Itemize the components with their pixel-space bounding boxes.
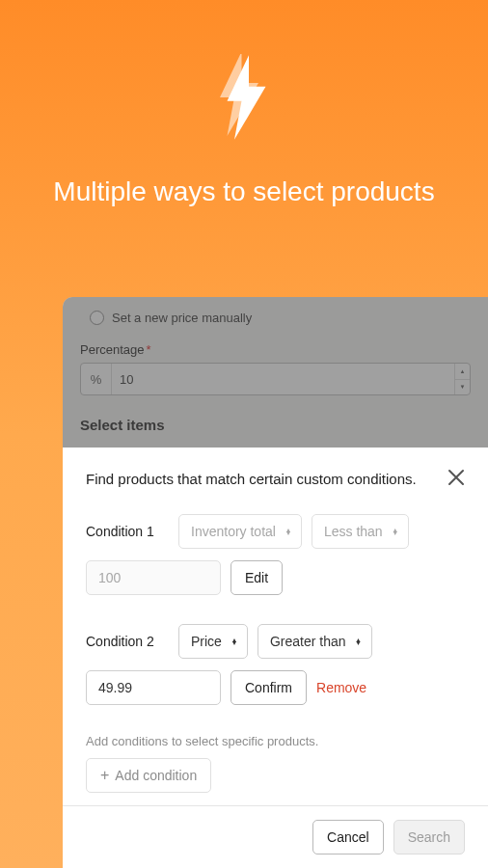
confirm-button[interactable]: Confirm [230,670,307,705]
condition-2-field-select[interactable]: Price ▲▼ [178,624,248,659]
hero-title: Multiple ways to select products [14,174,473,210]
select-arrows-icon: ▲▼ [230,638,239,645]
select-arrows-icon: ▲▼ [354,638,364,645]
search-button[interactable]: Search [393,820,465,854]
modal-title: Find products that match certain custom … [86,469,417,489]
condition-2-operator-select[interactable]: Greater than ▲▼ [258,624,372,659]
conditions-help-text: Add conditions to select specific produc… [86,734,465,748]
condition-1-operator-select: Less than ▲▼ [312,514,409,549]
condition-2-value-input[interactable]: 49.99 [86,670,221,705]
condition-1-value-input: 100 [86,560,221,595]
backdrop-overlay [63,297,488,454]
remove-link[interactable]: Remove [316,680,366,695]
condition-2-label: Condition 2 [86,634,169,649]
add-condition-button[interactable]: + Add condition [86,758,211,793]
edit-button[interactable]: Edit [230,560,283,595]
condition-1-label: Condition 1 [86,524,169,539]
cancel-button[interactable]: Cancel [312,820,384,854]
lightning-bolt-icon [215,54,273,141]
condition-1-field-select: Inventory total ▲▼ [178,514,302,549]
select-arrows-icon: ▲▼ [391,529,400,535]
select-arrows-icon: ▲▼ [284,529,293,535]
conditions-modal: Find products that match certain custom … [63,448,488,868]
plus-icon: + [100,768,109,783]
close-icon[interactable] [447,469,465,486]
